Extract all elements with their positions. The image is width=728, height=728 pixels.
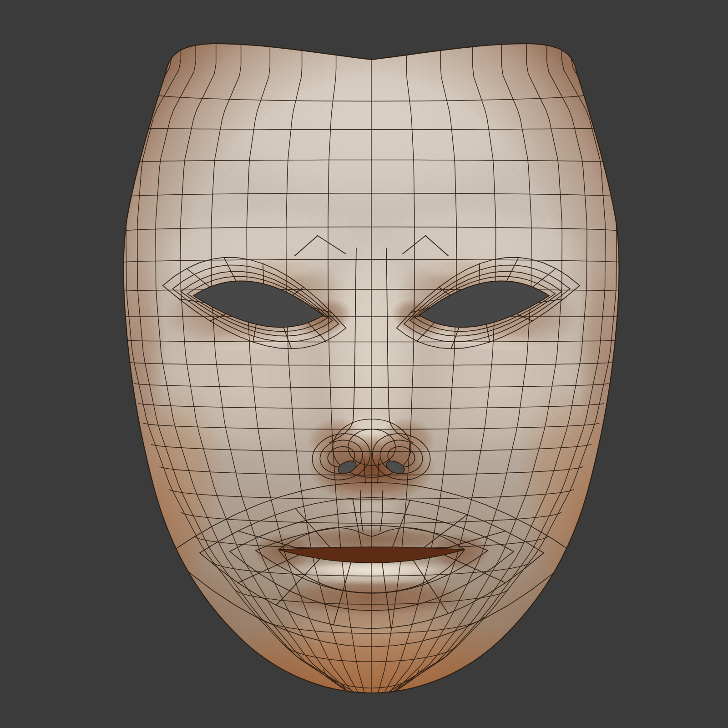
viewport-3d bbox=[0, 0, 728, 728]
viewport-canvas[interactable] bbox=[0, 0, 728, 728]
